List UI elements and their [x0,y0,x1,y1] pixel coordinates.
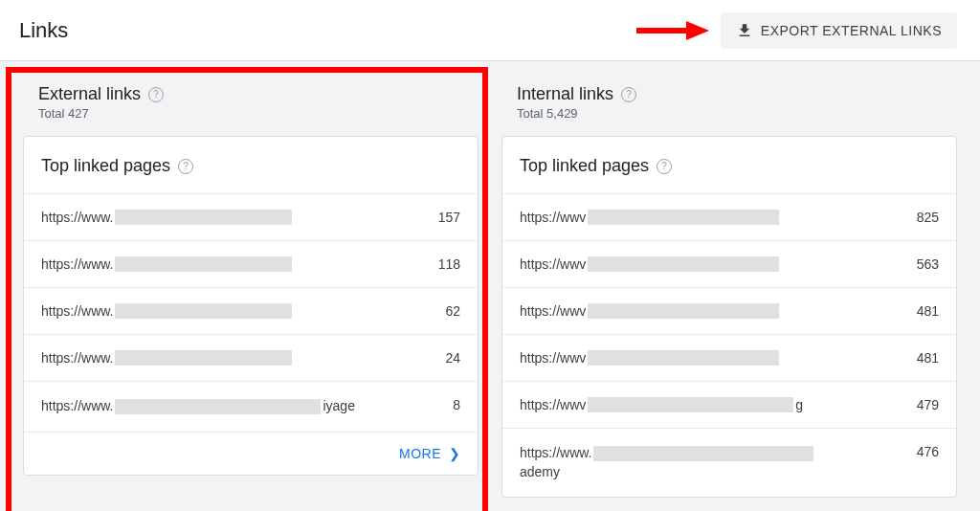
header-right: EXPORT EXTERNAL LINKS [635,12,957,49]
external-links-panel: External links ? Total 427 Top linked pa… [23,84,479,498]
internal-links-title: Internal links [517,84,613,104]
annotation-arrow [635,19,711,42]
table-row[interactable]: https://wwvg479 [502,381,956,428]
redacted-text [115,256,292,272]
external-top-linked-card: Top linked pages ? https://www.157https:… [23,136,479,476]
internal-top-linked-card: Top linked pages ? https://wwv825https:/… [501,136,957,498]
page-title: Links [19,18,68,43]
row-count: 476 [917,444,939,459]
redacted-text [593,446,813,461]
row-count: 563 [917,256,939,272]
row-count: 118 [438,256,460,272]
redacted-text [115,399,321,414]
row-url: https://wwv [520,256,781,272]
table-row[interactable]: https://wwv481 [502,287,956,334]
row-url: https://www. [41,350,294,366]
table-row[interactable]: https://www.ademy476 [502,428,956,497]
chevron-right-icon: ❯ [449,446,460,461]
row-url: https://www. [41,256,294,272]
external-links-title: External links [38,84,141,104]
export-button-label: EXPORT EXTERNAL LINKS [761,23,942,38]
external-links-total: Total 427 [38,106,479,121]
row-count: 481 [917,303,939,319]
row-url: https://wwvg [520,397,803,412]
row-count: 24 [445,350,460,366]
redacted-text [115,303,292,319]
redacted-text [588,397,793,412]
more-button[interactable]: MORE ❯ [24,432,478,475]
redacted-text [588,350,779,366]
row-url: https://www. [41,303,294,319]
redacted-text [115,210,292,225]
export-external-links-button[interactable]: EXPORT EXTERNAL LINKS [721,12,957,49]
table-row[interactable]: https://www.62 [24,287,478,334]
table-row[interactable]: https://wwv563 [502,240,956,287]
row-url: https://www. [41,210,294,225]
internal-links-total: Total 5,429 [517,106,957,121]
help-icon[interactable]: ? [178,159,193,174]
table-row[interactable]: https://www.24 [24,334,478,381]
row-count: 62 [445,303,460,319]
redacted-text [588,303,779,319]
table-row[interactable]: https://www.118 [24,240,478,287]
table-row[interactable]: https://wwv825 [502,193,956,240]
content-area: External links ? Total 427 Top linked pa… [0,61,980,498]
redacted-text [588,256,779,272]
row-count: 157 [438,210,460,225]
svg-marker-1 [686,21,709,40]
internal-card-title: Top linked pages [520,156,649,176]
page-header: Links EXPORT EXTERNAL LINKS [0,0,980,61]
internal-links-panel: Internal links ? Total 5,429 Top linked … [501,84,957,498]
row-count: 479 [917,397,939,412]
row-count: 825 [917,210,939,225]
help-icon[interactable]: ? [148,87,164,102]
help-icon[interactable]: ? [621,87,636,102]
row-count: 481 [917,350,939,366]
external-card-title: Top linked pages [41,156,170,176]
row-url: https://www.iyage [41,397,355,416]
redacted-text [588,210,779,225]
more-label: MORE [399,446,441,461]
table-row[interactable]: https://www.iyage8 [24,381,478,432]
internal-panel-heading: Internal links ? Total 5,429 [501,84,957,121]
table-row[interactable]: https://wwv481 [502,334,956,381]
download-icon [736,22,753,39]
redacted-text [115,350,292,366]
help-icon[interactable]: ? [657,159,672,174]
table-row[interactable]: https://www.157 [24,193,478,240]
row-url: https://wwv [520,350,781,366]
external-panel-heading: External links ? Total 427 [23,84,479,121]
row-url: https://wwv [520,303,781,319]
row-url: https://www.ademy [520,444,845,481]
row-url: https://wwv [520,210,781,225]
row-count: 8 [453,397,460,412]
